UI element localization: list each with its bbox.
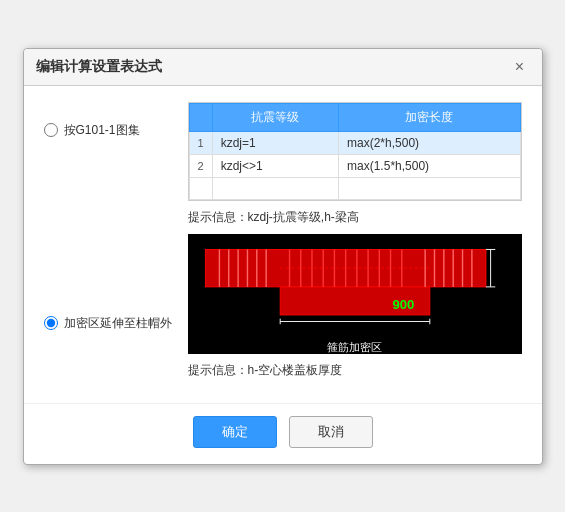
svg-text:900: 900 bbox=[392, 297, 414, 312]
radio-label-option1: 按G101-1图集 bbox=[64, 122, 140, 139]
row2-col1[interactable]: kzdj<>1 bbox=[212, 154, 338, 177]
row1-num: 1 bbox=[189, 131, 212, 154]
diagram-label: 箍筋加密区 bbox=[196, 340, 514, 353]
radio-input-option1[interactable] bbox=[44, 123, 58, 137]
col-seismic-header: 抗震等级 bbox=[212, 103, 338, 131]
cancel-button[interactable]: 取消 bbox=[289, 416, 373, 448]
content-area: 按G101-1图集 加密区延伸至柱帽外 抗震等级 bbox=[44, 102, 522, 379]
table-container: 抗震等级 加密长度 1 kzdj=1 max(2*h,500) 2 bbox=[188, 102, 522, 201]
row1-col2[interactable]: max(2*h,500) bbox=[339, 131, 520, 154]
diagram-svg: 900 bbox=[196, 242, 514, 336]
dialog-title: 编辑计算设置表达式 bbox=[36, 58, 162, 76]
radio-option2[interactable]: 加密区延伸至柱帽外 bbox=[44, 315, 172, 332]
close-button[interactable]: × bbox=[510, 57, 530, 77]
hint1-text: 提示信息：kzdj-抗震等级,h-梁高 bbox=[188, 209, 522, 226]
table-row: 1 kzdj=1 max(2*h,500) bbox=[189, 131, 520, 154]
row2-num: 2 bbox=[189, 154, 212, 177]
dialog-body: 按G101-1图集 加密区延伸至柱帽外 抗震等级 bbox=[24, 86, 542, 395]
radio-input-option2[interactable] bbox=[44, 316, 58, 330]
col-length-header: 加密长度 bbox=[339, 103, 520, 131]
settings-table: 抗震等级 加密长度 1 kzdj=1 max(2*h,500) 2 bbox=[189, 103, 521, 200]
right-panel: 抗震等级 加密长度 1 kzdj=1 max(2*h,500) 2 bbox=[188, 102, 522, 379]
diagram-container: 900 箍筋加密区 bbox=[188, 234, 522, 354]
dialog: 编辑计算设置表达式 × 按G101-1图集 加密区延伸至柱帽外 bbox=[23, 48, 543, 465]
table-row-empty bbox=[189, 177, 520, 199]
hint2-text: 提示信息：h-空心楼盖板厚度 bbox=[188, 362, 522, 379]
row2-col2[interactable]: max(1.5*h,500) bbox=[339, 154, 520, 177]
footer-buttons: 确定 取消 bbox=[24, 403, 542, 464]
radio-option1[interactable]: 按G101-1图集 bbox=[44, 122, 172, 139]
left-panel: 按G101-1图集 加密区延伸至柱帽外 bbox=[44, 102, 172, 379]
confirm-button[interactable]: 确定 bbox=[193, 416, 277, 448]
radio-label-option2: 加密区延伸至柱帽外 bbox=[64, 315, 172, 332]
col-num-header bbox=[189, 103, 212, 131]
table-row: 2 kzdj<>1 max(1.5*h,500) bbox=[189, 154, 520, 177]
row1-col1[interactable]: kzdj=1 bbox=[212, 131, 338, 154]
title-bar: 编辑计算设置表达式 × bbox=[24, 49, 542, 86]
